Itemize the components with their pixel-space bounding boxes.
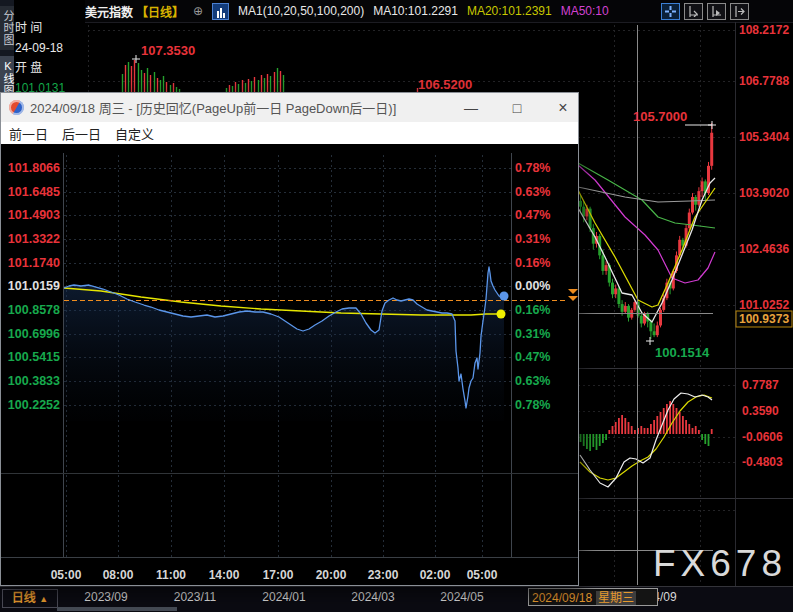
svg-text:11:00: 11:00 [156,568,186,582]
svg-text:0.31%: 0.31% [515,232,550,246]
date-label: 2024/05 [440,590,483,604]
history-replay-dialog: 2024/09/18 周三 - [历史回忆(PageUp前一日 PageDown… [0,92,579,586]
current-date-tooltip: 2024/09/18星期三 [528,588,658,606]
period-selector[interactable]: 日线 ▲ [2,589,58,608]
tab-fenshitu[interactable]: 分时图 [0,6,14,50]
svg-text:0.63%: 0.63% [515,374,550,388]
svg-text:105.3404: 105.3404 [739,130,789,144]
bottom-date-bar: 日线 ▲ 2023/092023/112024/012024/032024/05… [0,587,793,612]
svg-text:0.78%: 0.78% [515,161,550,175]
svg-text:0.3590: 0.3590 [742,404,779,418]
svg-text:02:00: 02:00 [420,568,451,582]
horizontal-scrollbar-thumb[interactable] [57,607,177,611]
svg-text:0.7787: 0.7787 [742,378,779,392]
svg-text:0.00%: 0.00% [515,279,550,293]
svg-text:100.3833: 100.3833 [8,374,60,388]
macd-subchart [580,393,712,487]
svg-text:101.1740: 101.1740 [8,256,60,270]
dialog-app-icon [9,100,24,115]
svg-text:0.78%: 0.78% [515,398,550,412]
svg-text:101.6485: 101.6485 [8,185,60,199]
svg-text:106.5200: 106.5200 [418,77,472,92]
svg-text:105.7000: 105.7000 [633,109,687,124]
svg-text:23:00: 23:00 [368,568,399,582]
svg-text:0.16%: 0.16% [515,256,550,270]
svg-text:100.2252: 100.2252 [8,398,60,412]
dialog-title: 2024/09/18 周三 - [历史回忆(PageUp前一日 PageDown… [30,98,396,117]
date-label: 2023/11 [174,590,217,604]
svg-text:101.8066: 101.8066 [8,161,60,175]
menu-custom[interactable]: 自定义 [115,124,154,143]
svg-text:17:00: 17:00 [263,568,294,582]
svg-text:101.4903: 101.4903 [8,208,60,222]
app-window: 108.2172106.7788105.3404103.9020102.4636… [0,0,793,612]
svg-text:107.3530: 107.3530 [141,43,195,58]
tooltip-weekday: 星期三 [596,591,636,605]
svg-text:100.5415: 100.5415 [8,350,60,364]
svg-text:20:00: 20:00 [316,568,347,582]
fx678-watermark: FX678 [653,543,787,585]
svg-text:0.47%: 0.47% [515,208,550,222]
menu-next-day[interactable]: 后一日 [62,124,101,143]
svg-text:05:00: 05:00 [467,568,498,582]
field-time-label: 时 间 [15,18,85,38]
svg-text:101.0159: 101.0159 [8,279,60,293]
svg-text:100.9373: 100.9373 [739,312,789,326]
field-time-value: 24-09-18 [15,38,85,58]
svg-text:106.7788: 106.7788 [739,74,789,88]
intraday-chart[interactable]: 101.8066101.6485101.4903101.3322101.1740… [1,145,578,585]
svg-text:-0.4803: -0.4803 [742,455,783,469]
svg-text:05:00: 05:00 [51,568,82,582]
svg-text:100.6996: 100.6996 [8,327,60,341]
svg-text:102.4636: 102.4636 [739,242,789,256]
svg-text:100.1514: 100.1514 [655,345,710,360]
svg-text:0.63%: 0.63% [515,185,550,199]
dialog-window-buttons: — □ × [462,93,572,122]
svg-text:14:00: 14:00 [209,568,240,582]
date-label: 2024/03 [351,590,394,604]
close-button[interactable]: × [554,99,572,117]
menu-prev-day[interactable]: 前一日 [9,124,48,143]
date-label: 2023/09 [84,590,127,604]
svg-text:08:00: 08:00 [103,568,134,582]
dialog-menubar: 前一日 后一日 自定义 [1,122,578,144]
svg-text:100.8578: 100.8578 [8,303,60,317]
dialog-titlebar[interactable]: 2024/09/18 周三 - [历史回忆(PageUp前一日 PageDown… [1,93,578,122]
period-arrow-icon: ▲ [39,594,48,604]
tooltip-date: 2024/09/18 [532,591,592,605]
svg-text:108.2172: 108.2172 [739,23,789,37]
svg-text:-0.0606: -0.0606 [742,430,783,444]
date-label: 2024/01 [262,590,305,604]
svg-text:0.31%: 0.31% [515,327,550,341]
quote-info: 时 间 24-09-18 开 盘 101.0131 [15,18,85,98]
svg-text:0.16%: 0.16% [515,303,550,317]
field-open-label: 开 盘 [15,58,85,78]
minimize-button[interactable]: — [462,100,480,116]
svg-text:101.0252: 101.0252 [739,298,789,312]
svg-text:103.9020: 103.9020 [739,186,789,200]
maximize-button[interactable]: □ [508,100,526,116]
period-text: 日线 [12,591,36,605]
svg-text:0.47%: 0.47% [515,350,550,364]
svg-text:101.3322: 101.3322 [8,232,60,246]
